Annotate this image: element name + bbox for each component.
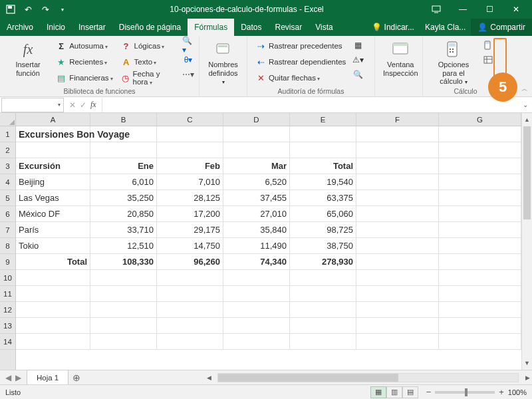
column-header[interactable]: A [16, 113, 90, 126]
cell[interactable]: París [16, 222, 90, 238]
row-header[interactable]: 4 [0, 174, 15, 190]
cell[interactable] [90, 302, 157, 318]
cell[interactable]: Total [290, 158, 356, 174]
calc-sheet-icon[interactable] [481, 53, 495, 66]
cell[interactable] [439, 286, 521, 302]
view-pagebreak-icon[interactable]: ▤ [402, 386, 418, 398]
scroll-up-icon[interactable]: ▲ [522, 114, 532, 125]
collapse-ribbon-icon[interactable]: ︿ [521, 84, 528, 94]
tab-vista[interactable]: Vista [309, 19, 339, 36]
cell[interactable] [356, 254, 439, 270]
cell[interactable]: 33,710 [90, 222, 157, 238]
enter-icon[interactable]: ✓ [80, 100, 86, 110]
cell[interactable] [439, 126, 521, 142]
cell[interactable] [439, 318, 521, 334]
error-check-icon[interactable]: ⚠▾ [351, 53, 364, 66]
lookup-icon[interactable]: 🔍▾ [182, 39, 195, 52]
cell[interactable]: 17,200 [157, 206, 223, 222]
row-header[interactable]: 1 [0, 126, 15, 142]
minimize-icon[interactable]: — [450, 0, 476, 19]
select-all-corner[interactable] [0, 113, 15, 126]
cell[interactable]: 7,010 [157, 174, 223, 190]
share-button[interactable]: 👤Compartir [471, 19, 532, 36]
cell[interactable] [157, 334, 223, 350]
cell[interactable]: México DF [16, 206, 90, 222]
cell[interactable] [439, 238, 521, 254]
tab-formulas[interactable]: Fórmulas [188, 19, 234, 36]
cell[interactable]: 278,930 [290, 254, 356, 270]
cell[interactable]: 65,060 [290, 206, 356, 222]
scroll-down-icon[interactable]: ▼ [522, 358, 532, 368]
cell[interactable] [16, 334, 90, 350]
cell[interactable] [439, 334, 521, 350]
expand-formula-bar-icon[interactable]: ⌄ [519, 101, 532, 108]
name-box[interactable]: ▾ [1, 98, 64, 112]
math-icon[interactable]: θ▾ [182, 53, 195, 66]
cell[interactable] [90, 142, 157, 158]
cell[interactable] [223, 318, 290, 334]
cell[interactable]: 14,750 [157, 238, 223, 254]
ribbon-options-icon[interactable] [423, 0, 450, 19]
tab-nav-next-icon[interactable]: ▶ [15, 373, 21, 382]
row-header[interactable]: 11 [0, 286, 15, 302]
cell[interactable]: 108,330 [90, 254, 157, 270]
zoom-out-icon[interactable]: − [426, 387, 432, 397]
cell[interactable] [157, 318, 223, 334]
financial-button[interactable]: ▤Financieras [53, 70, 115, 85]
cell[interactable] [157, 142, 223, 158]
undo-icon[interactable]: ↶ [20, 1, 36, 17]
column-header[interactable]: D [223, 113, 290, 126]
datetime-button[interactable]: ◷Fecha y hora [118, 70, 178, 85]
cell[interactable] [157, 302, 223, 318]
cell[interactable] [16, 142, 90, 158]
cell[interactable]: 38,750 [290, 238, 356, 254]
cell[interactable] [90, 270, 157, 286]
cell[interactable]: Las Vegas [16, 190, 90, 206]
column-header[interactable]: E [290, 113, 356, 126]
cell[interactable] [290, 334, 356, 350]
chevron-down-icon[interactable]: ▾ [58, 102, 61, 108]
cell[interactable] [356, 126, 439, 142]
cell[interactable] [16, 318, 90, 334]
cell[interactable] [90, 334, 157, 350]
cell[interactable] [356, 222, 439, 238]
calc-now-icon[interactable] [481, 39, 495, 52]
cell[interactable] [356, 142, 439, 158]
column-header[interactable]: G [439, 113, 521, 126]
cell[interactable]: Beijing [16, 174, 90, 190]
cell[interactable] [16, 270, 90, 286]
maximize-icon[interactable]: ☐ [476, 0, 503, 19]
cell[interactable]: 96,260 [157, 254, 223, 270]
cell[interactable] [356, 302, 439, 318]
hscroll-thumb[interactable] [218, 374, 398, 382]
zoom-slider[interactable] [435, 391, 495, 394]
cell[interactable] [439, 190, 521, 206]
cell[interactable] [16, 302, 90, 318]
cell[interactable]: 35,250 [90, 190, 157, 206]
row-header[interactable]: 8 [0, 238, 15, 254]
cell[interactable] [290, 286, 356, 302]
new-sheet-icon[interactable]: ⊕ [68, 372, 84, 383]
cell[interactable] [290, 126, 356, 142]
cell[interactable] [356, 158, 439, 174]
cell[interactable] [157, 126, 223, 142]
tab-nav-prev-icon[interactable]: ◀ [5, 373, 11, 382]
cell[interactable]: 35,840 [223, 222, 290, 238]
tab-datos[interactable]: Datos [234, 19, 268, 36]
trace-precedents-button[interactable]: ⇢Rastrear precedentes [253, 39, 348, 53]
cell[interactable] [356, 334, 439, 350]
cell[interactable] [356, 206, 439, 222]
cell[interactable]: Ene [90, 158, 157, 174]
cell[interactable] [90, 126, 157, 142]
tab-archivo[interactable]: Archivo [0, 19, 40, 36]
cell[interactable] [356, 286, 439, 302]
cell[interactable] [439, 222, 521, 238]
row-header[interactable]: 10 [0, 270, 15, 286]
cell[interactable] [439, 174, 521, 190]
column-header[interactable]: F [356, 113, 439, 126]
recent-button[interactable]: ★Recientes [53, 55, 115, 69]
cell[interactable]: 74,340 [223, 254, 290, 270]
row-header[interactable]: 7 [0, 222, 15, 238]
cell[interactable]: 37,455 [223, 190, 290, 206]
row-header[interactable]: 2 [0, 142, 15, 158]
